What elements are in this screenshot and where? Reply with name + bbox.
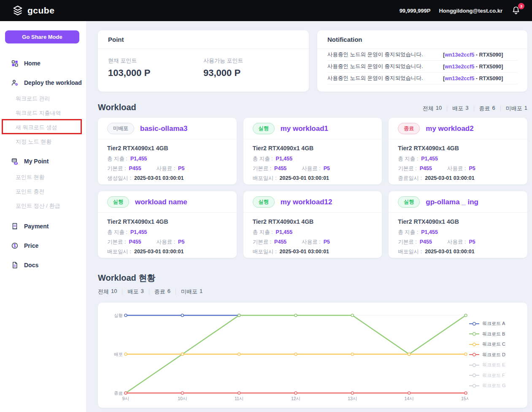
- sidebar-item-docs[interactable]: Docs: [0, 256, 86, 274]
- notification-row[interactable]: 사용중인 노드의 운영이 중지되었습니다. [wn13e2ccf5 - RTX5…: [327, 73, 517, 84]
- sidebar-subitem-workload-spend[interactable]: 워크로드 지출내역: [0, 106, 86, 120]
- sidebar-item-deploy-workload[interactable]: Deploy the workload: [0, 74, 86, 92]
- workload-spec: Tier2 RTX4090x1 4GB: [253, 145, 373, 152]
- workload-cards-grid: 미배포 basic-ollama3 Tier2 RTX4090x1 4GB 총 …: [98, 118, 527, 258]
- filter-divider: [176, 289, 176, 295]
- sidebar-item-label: Payment: [24, 223, 49, 230]
- deploy-workload-icon: [11, 79, 19, 87]
- legend-item[interactable]: 워크로드 E: [469, 362, 518, 368]
- legend-marker-icon: [469, 363, 479, 367]
- sidebar-subitem-new-workload[interactable]: 새 워크로드 생성: [0, 120, 86, 135]
- workload-status-line-chart[interactable]: 종료배포실행9시10시11시12시13시14시15시: [107, 309, 469, 405]
- workload-card[interactable]: 실행 gp-ollama _ ing Tier2 RTX4090x1 4GB 총…: [389, 191, 527, 258]
- available-point-value: 93,000 P: [203, 68, 299, 79]
- filter-terminated[interactable]: 종료6: [479, 105, 495, 112]
- legend-label: 워크로드 D: [482, 352, 505, 358]
- filter-all[interactable]: 전체10: [423, 105, 442, 112]
- status-badge: 실행: [253, 123, 275, 134]
- svg-text:13시: 13시: [348, 396, 357, 401]
- filter-all[interactable]: 전체10: [98, 288, 117, 295]
- sidebar-subitem-workload-manage[interactable]: 워크로드 관리: [0, 92, 86, 106]
- workload-spec: Tier2 RTX4090x1 4GB: [253, 218, 373, 225]
- notification-node-link[interactable]: [wn13e2ccf5 - RTX5090]: [443, 52, 503, 58]
- legend-marker-icon: [469, 373, 479, 377]
- filter-undeployed[interactable]: 미배포1: [181, 288, 203, 295]
- available-point-label: 사용가능 포인트: [203, 57, 299, 65]
- sidebar-subitem-point-status[interactable]: 포인트 현황: [0, 170, 86, 184]
- filter-divider: [500, 106, 501, 111]
- sidebar: Go Share Mode Home Dep: [0, 21, 86, 412]
- workload-title[interactable]: my workload2: [426, 125, 473, 133]
- workload-title[interactable]: gp-ollama _ ing: [426, 198, 478, 206]
- user-points: 99,999,999P: [400, 8, 431, 14]
- status-badge: 실행: [253, 196, 275, 208]
- workload-status-section-title: Workload 현황: [98, 272, 155, 284]
- svg-text:15시: 15시: [461, 396, 469, 401]
- go-share-mode-button[interactable]: Go Share Mode: [5, 30, 79, 43]
- status-badge: 종료: [398, 123, 420, 134]
- point-card-title: Point: [98, 30, 309, 49]
- legend-label: 워크로드 B: [482, 331, 505, 337]
- app-logo[interactable]: gcube: [12, 5, 54, 16]
- legend-item[interactable]: 워크로드 A: [469, 320, 518, 327]
- legend-item[interactable]: 워크로드 D: [469, 352, 518, 358]
- top-header: gcube 99,999,999P Honggildong@test.co.kr…: [0, 0, 532, 21]
- legend-item[interactable]: 워크로드 C: [469, 341, 518, 347]
- legend-marker-icon: [469, 352, 479, 357]
- workload-title[interactable]: basic-ollama3: [140, 125, 187, 133]
- workload-card[interactable]: 실행 workload name Tier2 RTX4090x1 4GB 총 지…: [98, 191, 237, 258]
- workload-card[interactable]: 미배포 basic-ollama3 Tier2 RTX4090x1 4GB 총 …: [98, 118, 237, 184]
- main-content: Point 현재 포인트 103,000 P 사용가능 포인트 93,000 P…: [86, 21, 532, 412]
- workload-card[interactable]: 종료 my workload2 Tier2 RTX4090x1 4GB 총 지출…: [389, 118, 527, 184]
- sidebar-subitem-point-settle-refund[interactable]: 포인트 정산 / 환급: [0, 199, 86, 213]
- notification-node-link[interactable]: [wn13e2ccf5 - RTX5090]: [443, 64, 503, 70]
- notification-node-link[interactable]: [wn13e2ccf5 - RTX5090]: [443, 76, 503, 81]
- legend-label: 워크로드 G: [482, 382, 506, 389]
- sidebar-item-label: Price: [24, 242, 38, 249]
- workload-spec: Tier2 RTX4090x1 4GB: [398, 218, 518, 225]
- workload-section-title: Workload: [98, 103, 136, 112]
- workload-spec: Tier2 RTX4090x1 4GB: [107, 218, 227, 225]
- svg-text:10시: 10시: [178, 396, 187, 401]
- legend-marker-icon: [469, 322, 479, 326]
- sidebar-item-label: Docs: [24, 262, 38, 268]
- gcube-logo-icon: [12, 5, 24, 16]
- legend-item[interactable]: 워크로드 F: [469, 372, 518, 379]
- filter-deployed[interactable]: 배포3: [127, 288, 143, 295]
- filter-divider: [149, 289, 149, 295]
- notification-row[interactable]: 사용중인 노드의 운영이 중지되었습니다. [wn13e2ccf5 - RTX5…: [327, 61, 517, 73]
- filter-divider: [474, 106, 474, 111]
- home-grid-icon: [11, 60, 19, 67]
- svg-text:12시: 12시: [291, 396, 300, 401]
- current-point-value: 103,000 P: [108, 68, 203, 79]
- workload-title[interactable]: my workload12: [281, 198, 332, 206]
- sidebar-item-home[interactable]: Home: [0, 54, 86, 72]
- legend-label: 워크로드 A: [482, 320, 505, 327]
- point-card: Point 현재 포인트 103,000 P 사용가능 포인트 93,000 P: [98, 30, 309, 92]
- filter-terminated[interactable]: 종료6: [154, 288, 170, 295]
- logo-text: gcube: [27, 5, 54, 16]
- filter-deployed[interactable]: 배포3: [452, 105, 468, 112]
- sidebar-item-price[interactable]: Price: [0, 237, 86, 255]
- workload-title[interactable]: workload name: [135, 198, 187, 206]
- workload-card[interactable]: 실행 my workload12 Tier2 RTX4090x1 4GB 총 지…: [243, 191, 382, 258]
- workload-spec: Tier2 RTX4090x1 4GB: [107, 145, 227, 152]
- legend-item[interactable]: 워크로드 G: [469, 382, 518, 389]
- sidebar-item-payment[interactable]: Payment: [0, 217, 86, 235]
- status-badge: 실행: [398, 196, 420, 208]
- sidebar-subitem-point-charge[interactable]: 포인트 충전: [0, 184, 86, 199]
- svg-text:9시: 9시: [122, 396, 129, 401]
- workload-title[interactable]: my workload1: [281, 125, 328, 133]
- notification-row[interactable]: 사용중인 노드의 운영이 중지되었습니다. [wn13e2ccf5 - RTX5…: [327, 49, 517, 61]
- svg-text:11시: 11시: [235, 396, 243, 401]
- legend-item[interactable]: 워크로드 B: [469, 331, 518, 337]
- notification-bell-button[interactable]: 3: [511, 5, 522, 16]
- filter-undeployed[interactable]: 미배포1: [506, 105, 527, 112]
- workload-card[interactable]: 실행 my workload1 Tier2 RTX4090x1 4GB 총 지출…: [243, 118, 382, 184]
- sidebar-item-my-point[interactable]: My Point: [0, 152, 86, 170]
- user-email[interactable]: Honggildong@test.co.kr: [439, 8, 502, 14]
- filter-divider: [122, 289, 122, 295]
- notification-count-badge: 3: [518, 3, 524, 9]
- current-point-label: 현재 포인트: [108, 57, 203, 65]
- sidebar-subitem-node-status[interactable]: 지정 노드 현황: [0, 135, 86, 149]
